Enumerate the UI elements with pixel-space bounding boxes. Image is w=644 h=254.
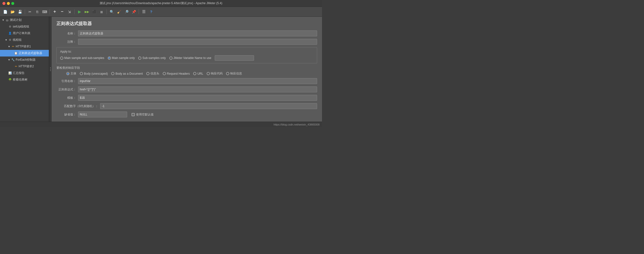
radio-response-info[interactable]: 响应信息 xyxy=(226,72,242,76)
stop-now-icon[interactable]: ◼ xyxy=(98,9,105,15)
radio-label-response-code: 响应代码 xyxy=(211,72,222,76)
minimize-button[interactable] xyxy=(7,2,10,5)
radio-sub-only[interactable]: Sub-samples only xyxy=(138,56,166,60)
broom-icon[interactable]: 🧹 xyxy=(116,9,122,15)
radio-circle-main-sub xyxy=(60,57,63,60)
titlebar: 测试.jmx (/Users/shileizhou/Downloads/apac… xyxy=(0,0,322,7)
apply-to-label: Apply to: xyxy=(60,50,314,53)
add-icon[interactable]: + xyxy=(52,9,58,15)
sidebar-divider[interactable] xyxy=(49,17,52,122)
radio-jmeter-var[interactable]: JMeter Variable Name to use xyxy=(169,56,212,60)
sidebar-label-test-plan: 测试计划 xyxy=(10,18,22,22)
glasses-icon[interactable]: 🔎 xyxy=(123,9,130,15)
list-icon[interactable]: ☰ xyxy=(141,9,147,15)
radio-info-head[interactable]: 信息头 xyxy=(146,72,159,76)
use-empty-label: 使用空默认值 xyxy=(136,113,154,117)
radio-label-request-headers: Request Headers xyxy=(167,72,190,75)
comment-label: 注释： xyxy=(56,40,76,44)
template-input[interactable] xyxy=(78,95,317,101)
sidebar-item-http-request1[interactable]: ▼ ✏ HTTP请求1 xyxy=(0,43,49,50)
radio-body-doc[interactable]: Body as a Document xyxy=(111,72,142,75)
match-no-row: 匹配数字（0代表随机）： xyxy=(56,103,317,109)
user-order-icon: 👤 xyxy=(8,32,12,35)
radio-label-body-doc: Body as a Document xyxy=(115,72,142,75)
radio-response-code[interactable]: 响应代码 xyxy=(207,72,222,76)
name-label: 名称： xyxy=(56,32,76,36)
radio-label-jmeter-var: JMeter Variable Name to use xyxy=(174,56,212,60)
sidebar-label-http-request1: HTTP请求1 xyxy=(16,45,31,49)
summary-icon: 📊 xyxy=(8,72,12,75)
radio-circle-body xyxy=(66,72,70,75)
sidebar-item-http-request2[interactable]: ✏ HTTP请求2 xyxy=(0,63,49,70)
expand-icon[interactable]: ⇲ xyxy=(66,9,73,15)
divider-dot-3 xyxy=(50,70,51,71)
comment-row: 注释： xyxy=(56,39,317,45)
pin-icon[interactable]: 📌 xyxy=(130,9,137,15)
default-row: 缺省值： 使用空默认值 xyxy=(56,112,317,117)
sidebar-item-test-plan[interactable]: ▼ 🗂 测试计划 xyxy=(0,17,49,23)
arrow-thread-group: ▼ xyxy=(5,39,7,41)
run-no-pause-icon[interactable]: ▶▶ xyxy=(84,9,90,15)
http2-icon: ✏ xyxy=(14,65,18,68)
regex-icon: 📋 xyxy=(14,52,18,55)
remove-icon[interactable]: − xyxy=(59,9,65,15)
run-icon[interactable]: ▶ xyxy=(76,9,83,15)
ref-name-label: 引用名称： xyxy=(56,79,76,83)
ref-name-input[interactable] xyxy=(78,78,317,84)
paste-icon[interactable]: ⌨ xyxy=(42,9,48,15)
sidebar-item-view-results[interactable]: 🌳 察看结果树 xyxy=(0,76,49,83)
match-no-label: 匹配数字（0代表随机）： xyxy=(56,104,98,108)
default-label: 缺省值： xyxy=(56,113,76,117)
radio-circle-body-unescaped xyxy=(80,72,83,75)
new-icon[interactable]: 📄 xyxy=(2,9,8,15)
radio-circle-url xyxy=(193,72,196,75)
sidebar-item-foreach-controller[interactable]: ▼ 🔧 ForEach控制器 xyxy=(0,57,49,63)
cut-icon[interactable]: ✂ xyxy=(27,9,33,15)
copy-icon[interactable]: ⎘ xyxy=(34,9,40,15)
comment-input[interactable] xyxy=(78,39,317,45)
sidebar-item-summary-report[interactable]: 📊 汇总报告 xyxy=(0,70,49,76)
template-label: 模板： xyxy=(56,96,76,100)
content-area: 正则表达式提取器 名称： 注释： Apply to: Main sample a… xyxy=(52,17,322,122)
jmeter-var-input[interactable] xyxy=(215,55,254,61)
regex-label: 正则表达式： xyxy=(56,87,76,92)
sidebar-item-regex-extractor[interactable]: 📋 正则表达式提取器 xyxy=(0,50,49,57)
sidebar-label-view-results: 察看结果树 xyxy=(13,78,28,82)
save-icon[interactable]: 💾 xyxy=(17,9,23,15)
match-no-input[interactable] xyxy=(100,103,317,109)
radio-main-sub[interactable]: Main sample and sub-samples xyxy=(60,56,104,60)
search-icon[interactable]: 🔍 xyxy=(108,9,115,15)
open-icon[interactable]: 📂 xyxy=(9,9,16,15)
help-icon[interactable]: ? xyxy=(148,9,154,15)
ref-name-row: 引用名称： xyxy=(56,78,317,84)
sidebar-label-user-order: 用户订单列表 xyxy=(13,31,30,35)
radio-url[interactable]: URL xyxy=(193,72,203,75)
name-input[interactable] xyxy=(78,31,317,36)
stop-icon[interactable]: ⬛ xyxy=(91,9,98,15)
response-radio-group: 主体 Body (unescaped) Body as a Document 信… xyxy=(56,72,317,76)
radio-body-unescaped[interactable]: Body (unescaped) xyxy=(80,72,108,75)
response-field-label: 要检查的响应字段 xyxy=(56,66,80,70)
statusbar: https://blog.csdn.net/weixin_43865008 xyxy=(0,122,322,127)
apply-to-section: Apply to: Main sample and sub-samples Ma… xyxy=(56,47,317,63)
toolbar-sep-5 xyxy=(139,9,139,14)
use-empty-checkbox[interactable]: 使用空默认值 xyxy=(132,113,154,117)
sidebar-item-thread-group[interactable]: ▼ ⚙ 线程组 xyxy=(0,37,49,43)
use-empty-checkbox-box xyxy=(132,113,135,116)
apply-to-radio-group: Main sample and sub-samples Main sample … xyxy=(60,55,314,61)
radio-main-only[interactable]: Main sample only xyxy=(108,56,135,60)
radio-request-headers[interactable]: Request Headers xyxy=(163,72,190,75)
regex-input[interactable] xyxy=(78,87,317,92)
radio-label-main-only: Main sample only xyxy=(112,56,135,60)
radio-label-main-sub: Main sample and sub-samples xyxy=(64,56,104,60)
radio-body[interactable]: 主体 xyxy=(66,72,76,76)
main-layout: ▼ 🗂 测试计划 ⚙ setUp线程组 👤 用户订单列表 ▼ ⚙ 线程组 ▼ ✏… xyxy=(0,17,322,122)
window-title: 测试.jmx (/Users/shileizhou/Downloads/apac… xyxy=(100,1,222,6)
close-button[interactable] xyxy=(2,2,6,5)
default-input[interactable] xyxy=(78,112,127,117)
template-row: 模板： xyxy=(56,95,317,101)
sidebar-item-user-order[interactable]: 👤 用户订单列表 xyxy=(0,30,49,37)
response-field-row: 要检查的响应字段 xyxy=(56,66,317,70)
maximize-button[interactable] xyxy=(11,2,14,5)
sidebar-item-setup-thread[interactable]: ⚙ setUp线程组 xyxy=(0,23,49,30)
